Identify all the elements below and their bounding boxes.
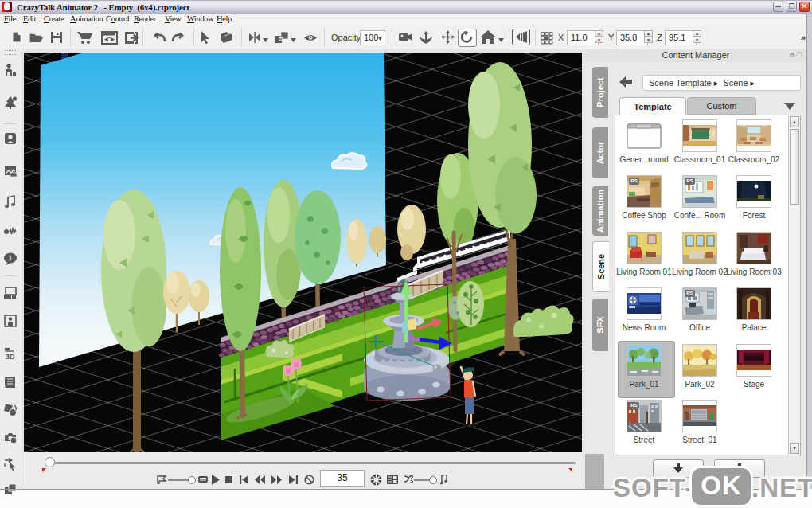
svg-text:3D: 3D [6, 353, 15, 361]
svg-text:T: T [8, 254, 13, 262]
svg-text:58: 58 [61, 53, 68, 60]
